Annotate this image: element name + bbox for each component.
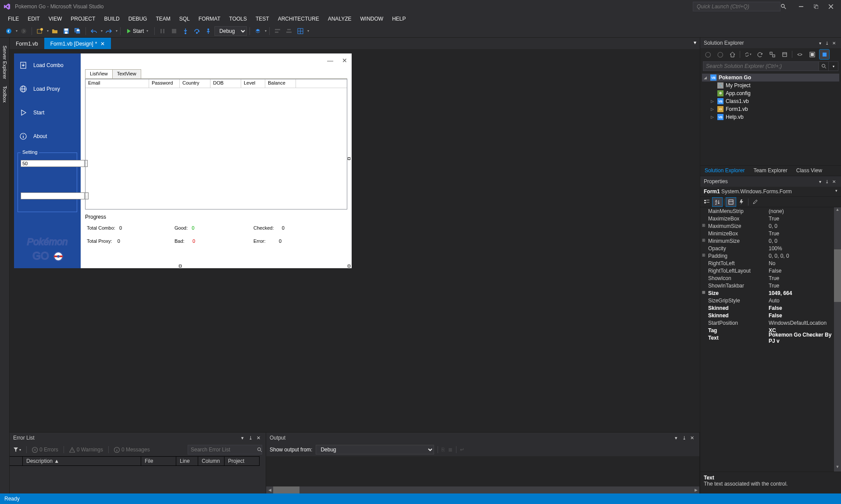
- setting-combo-input[interactable]: [21, 192, 85, 199]
- view-designer-button[interactable]: [807, 50, 817, 59]
- window-menu-button[interactable]: ▾: [816, 179, 823, 184]
- tab-solution-explorer[interactable]: Solution Explorer: [700, 166, 749, 176]
- find-button[interactable]: ⎘: [442, 447, 445, 453]
- maximize-button[interactable]: [809, 2, 823, 11]
- warnings-filter[interactable]: 0 Warnings: [69, 447, 103, 453]
- close-button[interactable]: [824, 2, 837, 11]
- tree-item-app-config[interactable]: ⚙App.config: [702, 89, 839, 97]
- tab-textview[interactable]: TextView: [112, 69, 141, 78]
- forward-button[interactable]: ◯: [715, 50, 725, 59]
- start-debug-button[interactable]: Start ▾: [123, 27, 152, 35]
- step-into-button[interactable]: [180, 26, 191, 36]
- menu-architecture[interactable]: ARCHITECTURE: [274, 14, 324, 24]
- messages-filter[interactable]: 0 Messages: [114, 447, 150, 453]
- grid-button[interactable]: [295, 26, 306, 36]
- prop-row-text[interactable]: TextPokemon Go Checker By PJ v: [700, 334, 841, 341]
- pin-icon[interactable]: ⤓: [823, 41, 830, 46]
- sidebar-item-about[interactable]: About: [14, 124, 81, 148]
- menu-analyze[interactable]: ANALYZE: [324, 14, 356, 24]
- layers-button[interactable]: [253, 26, 263, 36]
- search-icon[interactable]: [780, 4, 793, 10]
- error-col-file[interactable]: File: [141, 456, 176, 466]
- tab-team-explorer[interactable]: Team Explorer: [749, 166, 791, 176]
- sync-button[interactable]: ▾: [743, 50, 752, 59]
- chevron-down-icon[interactable]: ▾: [307, 29, 309, 33]
- error-col-project[interactable]: Project: [225, 456, 260, 466]
- column-country[interactable]: Country: [180, 79, 210, 88]
- property-pages-button[interactable]: [750, 198, 760, 206]
- prop-row-maximizebox[interactable]: MaximizeBoxTrue: [700, 215, 841, 222]
- chevron-down-icon[interactable]: ▾: [101, 29, 103, 33]
- pin-icon[interactable]: ⤓: [246, 435, 254, 441]
- show-all-button[interactable]: [780, 50, 789, 59]
- prop-row-mainmenustrip[interactable]: MainMenuStrip(none): [700, 207, 841, 215]
- pause-button[interactable]: [157, 26, 168, 36]
- events-view-button[interactable]: [737, 198, 746, 206]
- minimize-button[interactable]: [795, 2, 808, 11]
- error-col-column[interactable]: Column: [198, 456, 225, 466]
- wrap-button[interactable]: ↵: [460, 447, 464, 453]
- column-level[interactable]: Level: [241, 79, 265, 88]
- column-dob[interactable]: DOB: [210, 79, 241, 88]
- prop-row-righttoleftlayout[interactable]: RightToLeftLayoutFalse: [700, 267, 841, 274]
- listview[interactable]: EmailPasswordCountryDOBLevelBalance: [85, 79, 347, 209]
- prop-row-startposition[interactable]: StartPositionWindowsDefaultLocation: [700, 319, 841, 327]
- chevron-down-icon[interactable]: ▾: [47, 29, 49, 33]
- prop-row-padding[interactable]: ⊞Padding0, 0, 0, 0: [700, 252, 841, 259]
- resize-handle-corner[interactable]: [348, 265, 350, 267]
- categorized-button[interactable]: [702, 198, 712, 206]
- error-col-line[interactable]: Line: [176, 456, 198, 466]
- properties-object-selector[interactable]: Form1 System.Windows.Forms.Form ▾: [700, 187, 841, 197]
- resize-handle-right[interactable]: [348, 157, 350, 160]
- setting-combobox[interactable]: ▼: [21, 192, 74, 199]
- prop-row-minimizebox[interactable]: MinimizeBoxTrue: [700, 230, 841, 237]
- step-over-button[interactable]: [192, 26, 202, 36]
- prop-row-skinned[interactable]: SkinnedFalse: [700, 304, 841, 312]
- prop-row-showicon[interactable]: ShowIconTrue: [700, 274, 841, 282]
- refresh-button[interactable]: [755, 50, 765, 59]
- menu-sql[interactable]: SQL: [175, 14, 194, 24]
- toolbox-tab[interactable]: Toolbox: [1, 82, 8, 106]
- menu-window[interactable]: WINDOW: [356, 14, 388, 24]
- alphabetical-button[interactable]: AZ: [713, 198, 722, 206]
- close-icon[interactable]: ✕: [830, 41, 837, 46]
- prop-row-skinned[interactable]: SkinnedFalse: [700, 312, 841, 319]
- solution-tree[interactable]: ◢ VB Pokemon Go 🔧My Project⚙App.config▷V…: [700, 72, 841, 165]
- sidebar-item-load-proxy[interactable]: Load Proxy: [14, 77, 81, 101]
- horizontal-scrollbar[interactable]: ◀▶: [266, 486, 699, 493]
- clear-button[interactable]: ≣: [448, 447, 453, 453]
- tree-item-form1-vb[interactable]: ▷▭Form1.vb: [702, 105, 839, 113]
- doc-tab-0[interactable]: Form1.vb: [10, 38, 44, 49]
- properties-view-button[interactable]: [726, 198, 736, 206]
- solution-search-input[interactable]: [703, 61, 819, 71]
- home-button[interactable]: [727, 50, 737, 59]
- align-button[interactable]: [272, 26, 283, 36]
- collapse-all-button[interactable]: [767, 50, 777, 59]
- properties-button[interactable]: [820, 50, 829, 59]
- undo-button[interactable]: [89, 26, 99, 36]
- pin-icon[interactable]: ⤓: [823, 179, 830, 184]
- close-icon[interactable]: ✕: [830, 179, 837, 184]
- prop-row-maximumsize[interactable]: ⊞MaximumSize0, 0: [700, 222, 841, 230]
- menu-test[interactable]: TEST: [251, 14, 274, 24]
- quick-launch-input[interactable]: [693, 2, 780, 11]
- window-menu-button[interactable]: ▾: [672, 435, 680, 441]
- view-code-button[interactable]: <>: [795, 50, 805, 59]
- sidebar-item-load-combo[interactable]: Load Combo: [14, 53, 81, 77]
- output-text-area[interactable]: ◀▶: [266, 456, 699, 493]
- prop-row-size[interactable]: ⊞Size1049, 664: [700, 289, 841, 297]
- search-icon[interactable]: [819, 61, 829, 71]
- tab-class-view[interactable]: Class View: [792, 166, 827, 176]
- menu-project[interactable]: PROJECT: [66, 14, 100, 24]
- close-icon[interactable]: ✕: [688, 435, 696, 441]
- prop-row-opacity[interactable]: Opacity100%: [700, 245, 841, 252]
- redo-button[interactable]: [103, 26, 114, 36]
- menu-edit[interactable]: EDIT: [23, 14, 44, 24]
- nav-back-button[interactable]: [4, 26, 14, 36]
- menu-tools[interactable]: TOOLS: [225, 14, 251, 24]
- prop-row-righttoleft[interactable]: RightToLeftNo: [700, 259, 841, 267]
- back-button[interactable]: ◯: [703, 50, 713, 59]
- config-combo[interactable]: Debug: [214, 26, 247, 36]
- error-search-input[interactable]: [188, 445, 262, 454]
- errors-filter[interactable]: 0 Errors: [32, 447, 58, 453]
